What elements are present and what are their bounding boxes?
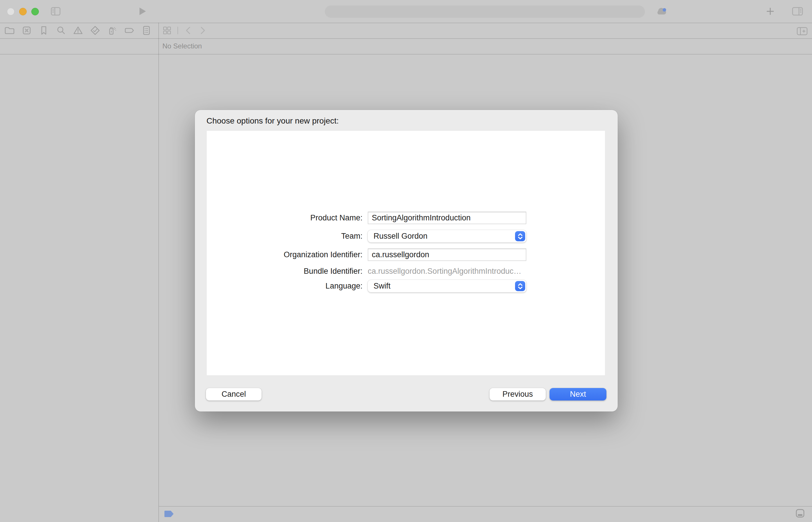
reports-icon[interactable]: [141, 25, 152, 36]
popup-stepper-icon: [515, 231, 525, 241]
back-chevron-icon[interactable]: [183, 25, 194, 36]
divider: [178, 27, 178, 34]
jump-bar[interactable]: No Selection: [159, 38, 812, 54]
forward-chevron-icon[interactable]: [197, 25, 208, 36]
sidebar-divider[interactable]: [158, 23, 159, 522]
source-control-icon[interactable]: [21, 25, 33, 36]
language-popup-value: Swift: [368, 280, 526, 292]
language-label: Language:: [195, 280, 363, 292]
team-popup-value: Russell Gordon: [368, 230, 526, 242]
product-name-input[interactable]: [368, 212, 526, 224]
activity-viewer: [325, 5, 645, 18]
debug-area-toggle-icon[interactable]: [795, 508, 805, 518]
sheet-title: Choose options for your new project:: [206, 116, 339, 125]
organization-identifier-row: Organization Identifier:: [195, 248, 618, 261]
new-project-options-sheet: Choose options for your new project: Pro…: [195, 110, 618, 411]
breakpoint-activate-icon[interactable]: [164, 510, 174, 517]
title-bar: [0, 0, 812, 23]
bundle-identifier-value: ca.russellgordon.SortingAlgorithmIntrodu…: [368, 266, 526, 276]
team-row: Team: Russell Gordon: [195, 230, 618, 242]
team-label: Team:: [195, 230, 363, 242]
play-icon[interactable]: [136, 5, 148, 17]
product-name-row: Product Name:: [195, 212, 618, 224]
product-name-label: Product Name:: [195, 212, 363, 224]
add-editor-icon[interactable]: [796, 25, 809, 37]
sidebar-left-toggle-icon[interactable]: [50, 5, 61, 17]
issues-icon[interactable]: [72, 25, 84, 36]
popup-stepper-icon: [515, 281, 525, 291]
debug-bar-divider: [159, 506, 812, 507]
bookmarks-icon[interactable]: [38, 25, 49, 36]
project-navigator-icon[interactable]: [4, 25, 15, 36]
team-popup[interactable]: Russell Gordon: [368, 230, 526, 242]
find-icon[interactable]: [55, 25, 67, 36]
zoom-window-button[interactable]: [31, 8, 39, 15]
next-button[interactable]: Next: [550, 388, 606, 401]
related-items-grid-icon[interactable]: [161, 25, 173, 36]
cancel-button[interactable]: Cancel: [206, 388, 262, 401]
language-popup[interactable]: Swift: [368, 280, 526, 292]
minimize-window-button[interactable]: [19, 8, 27, 15]
debug-icon[interactable]: [106, 25, 118, 36]
language-row: Language: Swift: [195, 280, 618, 292]
navigator-tab-bar: [0, 23, 812, 38]
xcode-window: No Selection Choose options for your new…: [0, 0, 812, 522]
previous-button[interactable]: Previous: [489, 388, 546, 401]
close-window-button[interactable]: [7, 8, 15, 15]
bundle-identifier-label: Bundle Identifier:: [195, 266, 363, 276]
organization-identifier-input[interactable]: [368, 248, 526, 261]
tests-icon[interactable]: [89, 25, 101, 36]
jump-bar-text: No Selection: [162, 38, 812, 54]
breakpoints-icon[interactable]: [124, 25, 135, 36]
bundle-identifier-row: Bundle Identifier: ca.russellgordon.Sort…: [195, 266, 618, 276]
cloud-status-icon: [655, 5, 668, 17]
navigator-sidebar: [0, 54, 158, 522]
add-icon[interactable]: [765, 5, 776, 17]
sidebar-right-toggle-icon[interactable]: [791, 5, 804, 17]
organization-identifier-label: Organization Identifier:: [195, 248, 363, 261]
